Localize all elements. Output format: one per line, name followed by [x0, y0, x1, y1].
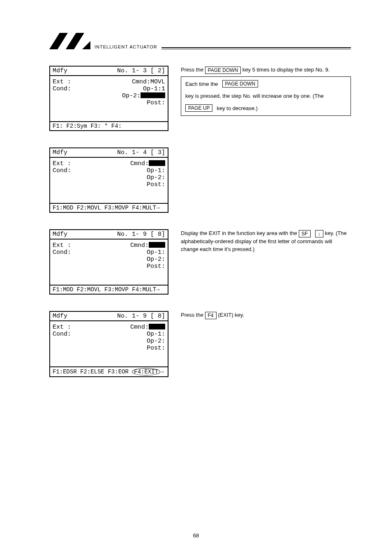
brand-text: INTELLIGENT ACTUATOR [95, 44, 157, 49]
lcd-panel-2: Mdfy No. 1- 4 [ 3] Ext :Cmnd: Cond:Op-1:… [49, 147, 168, 213]
op1-label: Op-1: [147, 331, 165, 338]
step-row-3: Mdfy No. 1- 9 [ 8] Ext :Cmnd: Cond:Op-1:… [49, 229, 351, 295]
post-label: Post: [147, 263, 165, 270]
cmnd-label: Cmnd: [132, 78, 150, 85]
cmnd-cursor [149, 324, 165, 329]
page-header: INTELLIGENT ACTUATOR [49, 33, 351, 49]
lcd-panel-1: Mdfy No. 1- 3 [ 2] Ext :Cmnd:MOVL Cond:O… [49, 66, 168, 131]
ext-label: Ext : [53, 160, 77, 167]
step-indicator: No. 1- 9 [ 8] [117, 313, 165, 320]
down-arrow-key: ↓ [315, 230, 323, 237]
step-indicator: No. 1- 4 [ 3] [117, 149, 165, 156]
step-indicator: No. 1- 3 [ 2] [117, 67, 165, 74]
op1-label: Op-1: [143, 85, 161, 92]
op2-label: Op-2: [147, 174, 165, 181]
cmnd-cursor [149, 160, 165, 166]
post-label: Post: [147, 99, 165, 106]
cond-label: Cond: [53, 85, 77, 92]
note-box: Each time the PAGE DOWN key is pressed, … [181, 76, 351, 116]
f4-key: F4 [205, 312, 217, 319]
mode-label: Mdfy [53, 313, 67, 320]
post-label: Post: [147, 345, 165, 352]
header-rule [161, 47, 351, 49]
ext-label: Ext : [53, 242, 77, 249]
instruction-text: Display the EXIT in the function key are… [181, 230, 299, 236]
page-number: 68 [0, 532, 392, 539]
cmnd-label: Cmnd: [130, 160, 149, 167]
cond-label: Cond: [53, 249, 77, 256]
f4-exit-highlight: F4:EXIT [132, 368, 160, 375]
post-label: Post: [147, 181, 165, 188]
page-down-key: PAGE DOWN [205, 67, 241, 74]
mode-label: Mdfy [53, 67, 67, 74]
fkey-bar: F1:MOD F2:MOVL F3:MOVP F4:MULT→ [50, 203, 168, 212]
cmnd-label: Cmnd: [130, 242, 149, 249]
instruction-text: (EXIT) key. [218, 312, 244, 318]
cmnd-value: MOVL [150, 78, 165, 85]
op1-label: Op-1: [147, 249, 165, 256]
cond-label: Cond: [53, 167, 77, 174]
instruction-text: Press the PAGE DOWN key 5 times to displ… [181, 66, 351, 74]
op2-label: Op-2: [122, 92, 141, 99]
ext-label: Ext : [53, 78, 77, 85]
op1-label: Op-1: [147, 167, 165, 174]
fkey-bar: F1:EDSR F2:ELSE F3:EOR F4:EXIT→ [50, 366, 168, 376]
fkey-bar: F1: F2:Sym F3: * F4: [50, 121, 168, 130]
cmnd-cursor [149, 242, 165, 248]
step-row-2: Mdfy No. 1- 4 [ 3] Ext :Cmnd: Cond:Op-1:… [49, 147, 351, 213]
lcd-panel-3: Mdfy No. 1- 9 [ 8] Ext :Cmnd: Cond:Op-1:… [49, 229, 168, 295]
instruction-text: Press the [181, 312, 205, 318]
cond-label: Cond: [53, 331, 77, 338]
op2-label: Op-2: [147, 256, 165, 263]
op1-value: 1 [161, 85, 165, 92]
page-up-key: PAGE UP [185, 104, 212, 112]
brand-logo [49, 33, 90, 49]
step-row-1: Mdfy No. 1- 3 [ 2] Ext :Cmnd:MOVL Cond:O… [49, 66, 351, 131]
lcd-panel-4: Mdfy No. 1- 9 [ 8] Ext :Cmnd: Cond:Op-1:… [49, 311, 168, 377]
page-down-key: PAGE DOWN [222, 80, 258, 88]
sf-key: SF [299, 230, 311, 237]
cmnd-label: Cmnd: [130, 324, 149, 331]
step-row-4: Mdfy No. 1- 9 [ 8] Ext :Cmnd: Cond:Op-1:… [49, 311, 351, 377]
mode-label: Mdfy [53, 149, 67, 156]
step-indicator: No. 1- 9 [ 8] [117, 231, 165, 238]
ext-label: Ext : [53, 324, 77, 331]
op2-label: Op-2: [147, 338, 165, 345]
op2-cursor [141, 92, 165, 98]
fkey-bar: F1:MOD F2:MOVL F3:MOVP F4:MULT→ [50, 285, 168, 294]
mode-label: Mdfy [53, 231, 67, 238]
